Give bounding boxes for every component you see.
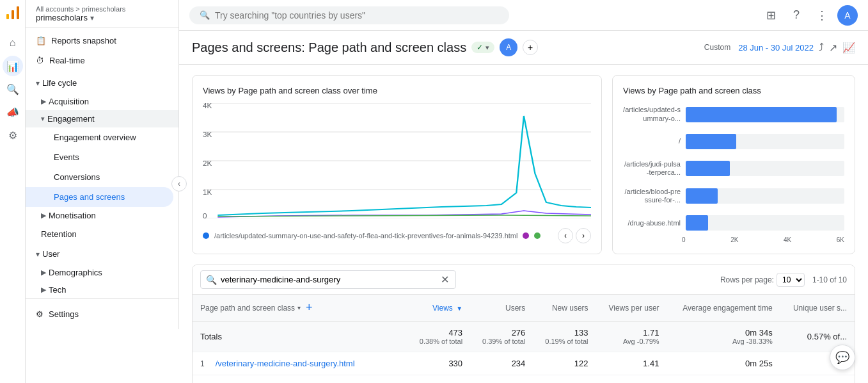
totals-users: 276 0.39% of total (470, 322, 533, 352)
nav-engagement[interactable]: ▾ Engagement (26, 110, 178, 127)
account-name: primescholars (36, 13, 88, 22)
legend-prev-button[interactable]: ‹ (558, 228, 573, 243)
nav-real-time[interactable]: ⏱ Real-time (26, 51, 173, 70)
bar-fill-5 (686, 215, 708, 231)
table-search-box[interactable]: 🔍 ✕ (200, 270, 456, 289)
totals-new-users: 133 0.19% of total (533, 322, 596, 352)
account-dropdown-icon[interactable]: ▾ (90, 13, 94, 22)
icon-rail: ⌂ 📊 🔍 📣 ⚙ (0, 0, 26, 383)
nav-monetisation-label: Monetisation (49, 211, 96, 220)
reports-icon[interactable]: 📊 (3, 56, 23, 76)
nav-events[interactable]: Events (26, 147, 173, 167)
add-column-button[interactable]: + (303, 301, 315, 314)
bar-row-1: /articles/updated-summary-o... (623, 106, 844, 122)
svg-text:3K: 3K (203, 131, 212, 138)
svg-text:2K: 2K (203, 160, 212, 167)
nav-monetisation[interactable]: ▶ Monetisation (26, 207, 178, 224)
sort-arrow-icon: ▼ (456, 305, 462, 312)
col-header-users: Users (470, 295, 533, 322)
insights-icon[interactable]: 📈 (842, 42, 855, 54)
status-badge[interactable]: ✓ ▾ (471, 42, 494, 53)
nav-reports-snapshot[interactable]: 📋 Reports snapshot (26, 31, 173, 51)
line-chart-svg: 4K 3K 2K 1K 0 03 Jul 10 17 24 (203, 103, 591, 218)
svg-text:4K: 4K (203, 103, 212, 110)
nav-retention[interactable]: Retention (26, 224, 173, 244)
totals-views: 473 0.38% of total (407, 322, 470, 352)
bar-x-4k: 4K (784, 236, 791, 243)
col-header-new-users: New users (533, 295, 596, 322)
rows-per-page-select[interactable]: 10 25 50 (777, 273, 805, 287)
legend-nav[interactable]: ‹ › (558, 228, 591, 243)
engagement-overview-label: Engagement overview (54, 133, 136, 142)
add-comparison-button[interactable]: + (523, 40, 538, 55)
table-search-icon: 🔍 (206, 275, 217, 285)
configure-icon[interactable]: ⚙ (3, 125, 23, 145)
nav-settings[interactable]: ⚙ Settings (26, 304, 173, 324)
user-section-header[interactable]: ▾ User (26, 244, 178, 264)
tech-chevron-icon: ▶ (41, 286, 46, 294)
charts-row: Views by Page path and screen class over… (192, 75, 855, 254)
global-search-box[interactable]: 🔍 (189, 6, 509, 24)
content-body: Views by Page path and screen class over… (179, 65, 868, 383)
row-2-unique-users (780, 375, 855, 384)
analytics-logo[interactable] (5, 5, 20, 22)
bar-x-0: 0 (682, 236, 686, 243)
bar-label-4: /articles/blood-pressure-for-... (623, 188, 681, 204)
table-row: 1 /veterinary-medicine-and-surgery.html … (193, 352, 855, 375)
explore-icon[interactable]: 🔍 (3, 79, 23, 99)
bar-x-2k: 2K (730, 236, 738, 243)
nav-acquisition-label: Acquisition (49, 97, 89, 106)
lifecycle-header[interactable]: ▾ Life cycle (26, 73, 178, 93)
table-search-clear-button[interactable]: ✕ (439, 273, 450, 286)
col-avg-engagement-label: Average engagement time (683, 304, 773, 313)
col-new-users-label: New users (552, 304, 588, 313)
row-1-users: 234 (470, 352, 533, 375)
col-header-unique-users: Unique user s... (780, 295, 855, 322)
export-icon[interactable]: ⤴ (819, 42, 824, 53)
table-header-row: Page path and screen class ▾ + Views ▼ U… (193, 295, 855, 322)
sidebar-collapse-button[interactable]: ‹ (171, 176, 187, 192)
row-2-avg-engagement: 0m 20s (667, 375, 780, 384)
col-views-label: Views (432, 304, 453, 313)
line-chart-title: Views by Page path and screen class over… (203, 86, 591, 95)
monetisation-chevron-icon: ▶ (41, 211, 46, 220)
lifecycle-section: ▾ Life cycle ▶ Acquisition ▾ Engagement … (26, 73, 178, 244)
nav-pages-and-screens[interactable]: Pages and screens (26, 187, 173, 207)
chat-fab-button[interactable]: 💬 (830, 345, 855, 370)
table-section: 🔍 ✕ Rows per page: 10 25 50 1-10 of 10 (192, 265, 855, 383)
nav-tech[interactable]: ▶ Tech (26, 281, 178, 298)
share-icon[interactable]: ↗ (829, 42, 837, 54)
nav-conversions[interactable]: Conversions (26, 167, 173, 187)
pages-and-screens-label: Pages and screens (54, 192, 125, 202)
user-avatar[interactable]: A (837, 5, 858, 26)
bar-label-3: /articles/judi-pulsa-terperca... (623, 160, 681, 177)
svg-text:0: 0 (203, 213, 207, 218)
help-icon[interactable]: ? (786, 5, 807, 26)
table-search-input[interactable] (221, 275, 436, 284)
col-unique-users-label: Unique user s... (793, 304, 847, 313)
account-bar[interactable]: All accounts > primescholars primeschola… (26, 0, 178, 28)
row-2-path: 2 /veterinary-medicine-and-surgery/archi… (193, 375, 407, 384)
nav-engagement-overview[interactable]: Engagement overview (26, 127, 173, 147)
home-icon[interactable]: ⌂ (3, 33, 23, 53)
advertising-icon[interactable]: 📣 (3, 102, 23, 122)
nav-demographics[interactable]: ▶ Demographics (26, 264, 178, 281)
acquisition-chevron-icon: ▶ (41, 97, 46, 106)
col-views-per-user-label: Views per user (608, 304, 659, 313)
settings-label: Settings (49, 309, 79, 319)
legend-next-button[interactable]: › (576, 228, 591, 243)
more-icon[interactable]: ⋮ (812, 5, 832, 26)
reports-snapshot-icon: 📋 (36, 36, 46, 45)
bar-fill-3 (686, 161, 730, 176)
col-header-views[interactable]: Views ▼ (407, 295, 470, 322)
bar-fill-2 (686, 134, 736, 149)
col-path-dropdown-icon[interactable]: ▾ (297, 304, 301, 311)
legend-text-1: /articles/updated-summary-on-use-and-saf… (214, 232, 517, 240)
date-range[interactable]: 28 Jun - 30 Jul 2022 (738, 43, 814, 53)
bar-chart-card: Views by Page path and screen class /art… (612, 75, 855, 254)
nav-acquisition[interactable]: ▶ Acquisition (26, 93, 178, 110)
grid-icon[interactable]: ⊞ (761, 5, 781, 26)
chart-legend: /articles/updated-summary-on-use-and-saf… (203, 228, 591, 243)
search-input[interactable] (215, 10, 499, 20)
settings-section: ⚙ Settings (26, 298, 178, 329)
